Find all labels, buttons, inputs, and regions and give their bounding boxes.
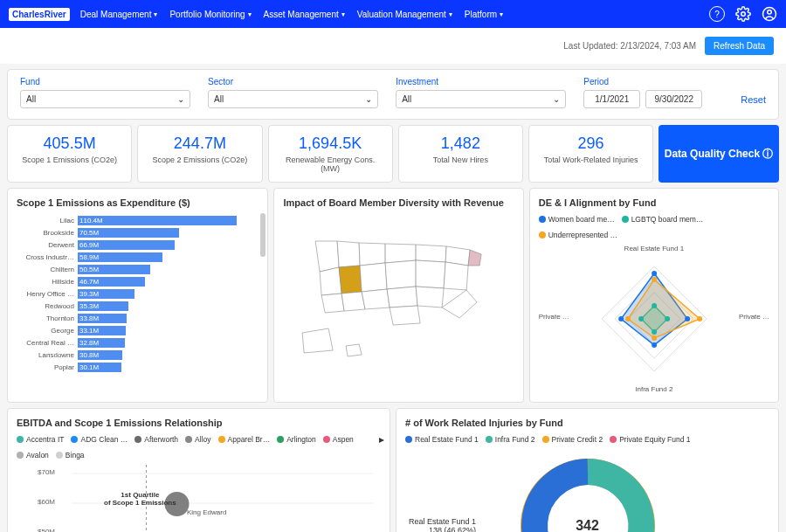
period-from-input[interactable]: 1/1/2021 xyxy=(583,90,640,108)
bar-row: Cross Industr…58.9M xyxy=(78,252,259,263)
kpi-scope2: 244.7MScope 2 Emissions (CO2e) xyxy=(137,125,262,183)
legend-item: Underrepresented … xyxy=(539,231,617,239)
bar-label: Poplar xyxy=(17,363,74,371)
legend-next-icon[interactable]: ▸ xyxy=(379,433,384,446)
bar-label: Brookside xyxy=(17,229,74,237)
nav-deal-management[interactable]: Deal Management▾ xyxy=(80,10,158,19)
bar-fill: 30.1M xyxy=(78,363,121,372)
nav-portfolio-monitoring[interactable]: Portfolio Monitoring▾ xyxy=(169,10,251,19)
investment-filter-select[interactable]: All⌄ xyxy=(396,90,566,108)
bar-fill: 50.5M xyxy=(78,265,150,274)
kpi-row: 405.5MScope 1 Emissions (CO2e) 244.7MSco… xyxy=(7,125,779,183)
radar-axis-label: Private … xyxy=(739,313,769,321)
fund-filter-select[interactable]: All⌄ xyxy=(20,90,190,108)
bar-value: 50.5M xyxy=(79,265,99,274)
svg-point-5 xyxy=(652,342,657,348)
top-nav: CharlesRiver Deal Management▾ Portfolio … xyxy=(0,0,786,28)
bar-label: Thornton xyxy=(17,314,74,322)
bar-value: 39.3M xyxy=(79,289,99,299)
bar-fill: 32.8M xyxy=(78,338,125,348)
svg-point-2 xyxy=(768,10,772,15)
bar-row: Lilac110.4M xyxy=(78,215,259,226)
legend-item: ADG Clean … xyxy=(71,435,128,444)
help-icon[interactable]: ? xyxy=(709,6,725,22)
bar-row: Redwood35.3M xyxy=(78,301,259,312)
legend-item: Binga xyxy=(56,451,85,459)
data-quality-check-button[interactable]: Data Quality Check ⓘ xyxy=(658,125,779,183)
chart-title: Scope 1 Emissions as Expenditure ($) xyxy=(17,197,259,208)
bar-row: George33.1M xyxy=(78,325,259,336)
dei-alignment-chart: DE & I Alignment by Fund Women board me…… xyxy=(529,188,779,403)
reset-filters-link[interactable]: Reset xyxy=(741,94,766,108)
bar-row: Central Real …32.8M xyxy=(78,337,259,349)
svg-point-14 xyxy=(625,316,631,321)
svg-point-4 xyxy=(685,316,690,321)
radar-axis-label: Real Estate Fund 1 xyxy=(624,245,684,252)
scatter-annotation: 1st Quartile of Scope 1 Emissions xyxy=(104,491,176,507)
nav-valuation-management[interactable]: Valuation Management▾ xyxy=(357,10,452,19)
bar-value: 30.8M xyxy=(79,350,99,360)
nav-platform[interactable]: Platform▾ xyxy=(465,10,503,19)
donut-callout: Real Estate Fund 1 138 (46.62%) xyxy=(409,517,476,532)
bar-fill: 58.9M xyxy=(78,252,162,262)
settings-icon[interactable] xyxy=(735,6,751,22)
ebitda-scope1-scatter: EBITDA and Scope 1 Emissions Relationshi… xyxy=(7,408,390,532)
legend-item: Real Estate Fund 1 xyxy=(405,435,479,444)
svg-point-7 xyxy=(652,303,657,308)
bar-row: Derwent66.9M xyxy=(78,239,259,251)
chart-title: # of Work Related Injuries by Fund xyxy=(405,418,769,428)
svg-point-6 xyxy=(618,316,624,321)
refresh-data-button[interactable]: Refresh Data xyxy=(705,37,774,55)
chevron-down-icon: ⌄ xyxy=(553,94,560,104)
period-filter-label: Period xyxy=(583,77,723,86)
bar-row: Lansdowne30.8M xyxy=(78,349,259,361)
brand-logo: CharlesRiver xyxy=(9,8,70,21)
nav-asset-management[interactable]: Asset Management▾ xyxy=(264,10,345,19)
bar-label: Derwent xyxy=(17,241,74,249)
user-icon[interactable] xyxy=(762,6,777,22)
kpi-scope1: 405.5MScope 1 Emissions (CO2e) xyxy=(7,125,132,183)
legend-item: Women board me… xyxy=(539,215,615,224)
bar-fill: 66.9M xyxy=(78,240,175,250)
chart-title: EBITDA and Scope 1 Emissions Relationshi… xyxy=(17,418,381,428)
svg-point-12 xyxy=(697,316,702,321)
legend-item: Private Equity Fund 1 xyxy=(610,435,690,444)
bar-label: Lilac xyxy=(17,217,74,225)
scope1-expenditure-chart: Scope 1 Emissions as Expenditure ($) Lil… xyxy=(7,188,268,403)
bar-fill: 46.7M xyxy=(78,277,145,287)
last-updated-label: Last Updated: 2/13/2024, 7:03 AM xyxy=(563,41,696,51)
bar-value: 46.7M xyxy=(79,277,99,287)
svg-point-10 xyxy=(638,316,644,321)
svg-point-9 xyxy=(652,329,657,335)
bar-label: Hillside xyxy=(17,278,74,286)
bar-value: 58.9M xyxy=(79,252,99,262)
svg-point-11 xyxy=(652,277,657,282)
bar-fill: 30.8M xyxy=(78,350,122,360)
svg-point-13 xyxy=(652,335,657,341)
bar-value: 33.1M xyxy=(79,326,99,335)
kpi-renewable: 1,694.5KRenewable Energy Cons. (MW) xyxy=(268,125,393,183)
bar-value: 33.8M xyxy=(79,314,99,323)
fund-filter-label: Fund xyxy=(20,77,190,86)
bar-label: Chiltern xyxy=(17,266,74,273)
svg-point-3 xyxy=(652,271,657,276)
scrollbar[interactable] xyxy=(260,213,265,257)
bar-row: Henry Office …39.3M xyxy=(78,288,259,300)
legend-item: LGBTQ board mem… xyxy=(622,215,704,224)
legend-item: Infra Fund 2 xyxy=(486,435,535,444)
period-to-input[interactable]: 9/30/2022 xyxy=(645,90,702,108)
bar-label: Lansdowne xyxy=(17,351,74,359)
donut-total: 342 xyxy=(576,518,599,533)
sector-filter-select[interactable]: All⌄ xyxy=(208,90,378,108)
legend-item: Aspen xyxy=(323,435,354,444)
svg-point-0 xyxy=(741,12,746,17)
legend-item: Alloy xyxy=(185,435,210,444)
bar-value: 35.3M xyxy=(79,301,99,311)
bar-label: Henry Office … xyxy=(17,290,74,298)
legend-item: Arlington xyxy=(277,435,316,444)
bar-row: Poplar30.1M xyxy=(78,362,259,372)
bar-row: Thornton33.8M xyxy=(78,313,259,324)
bar-label: George xyxy=(17,327,74,335)
bar-label: Central Real … xyxy=(17,339,74,347)
bar-fill: 33.8M xyxy=(78,314,127,323)
